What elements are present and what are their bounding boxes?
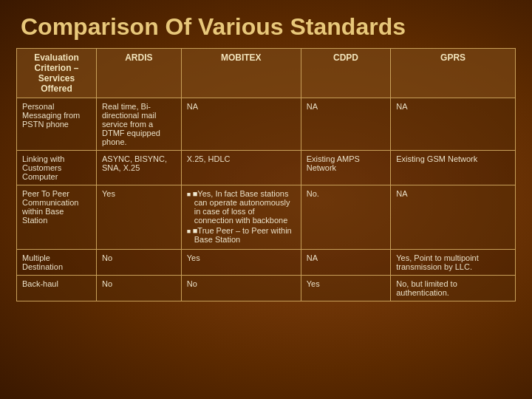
table-cell: X.25, HDLC: [181, 151, 301, 185]
header-gprs: GPRS: [391, 49, 516, 98]
table-cell: Linking with Customers Computer: [17, 151, 97, 185]
table-cell: Peer To Peer Communication within Base S…: [17, 185, 97, 250]
table-cell: NA: [391, 185, 516, 250]
table-cell: No: [181, 276, 301, 301]
table-cell: No, but limited to authentication.: [391, 276, 516, 301]
table-cell: Back-haul: [17, 276, 97, 301]
table-cell: Yes: [181, 250, 301, 276]
table-row: Linking with Customers ComputerASYNC, BI…: [17, 151, 516, 185]
table-cell: Yes, Point to multipoint transmission by…: [391, 250, 516, 276]
table-cell: No: [97, 250, 182, 276]
table-cell: Yes: [301, 276, 391, 301]
table-cell: Personal Messaging from PSTN phone: [17, 98, 97, 151]
table-cell: Yes: [97, 185, 182, 250]
table-row: Personal Messaging from PSTN phoneReal t…: [17, 98, 516, 151]
table-cell: No.: [301, 185, 391, 250]
table-cell: Real time, Bi-directional mail service f…: [97, 98, 182, 151]
table-header-row: Evaluation Criterion – Services Offered …: [17, 49, 516, 98]
comparison-table: Evaluation Criterion – Services Offered …: [16, 48, 516, 301]
table-row: Back-haulNoNoYesNo, but limited to authe…: [17, 276, 516, 301]
table-cell: Existing GSM Network: [391, 151, 516, 185]
table-row: Peer To Peer Communication within Base S…: [17, 185, 516, 250]
table-row: Multiple DestinationNoYesNAYes, Point to…: [17, 250, 516, 276]
header-ardis: ARDIS: [97, 49, 182, 98]
table-cell: NA: [181, 98, 301, 151]
table-cell: NA: [301, 250, 391, 276]
table-cell: Existing AMPS Network: [301, 151, 391, 185]
page-title: Comparison Of Various Standards: [0, 0, 532, 48]
table-cell: ■Yes, In fact Base stations can operate …: [181, 185, 301, 250]
table-cell: No: [97, 276, 182, 301]
header-mobitex: MOBITEX: [181, 49, 301, 98]
table-cell: ASYNC, BISYNC, SNA, X.25: [97, 151, 182, 185]
header-criterion: Evaluation Criterion – Services Offered: [17, 49, 97, 98]
header-cdpd: CDPD: [301, 49, 391, 98]
table-cell: NA: [301, 98, 391, 151]
table-cell: NA: [391, 98, 516, 151]
table-cell: Multiple Destination: [17, 250, 97, 276]
table-container: Evaluation Criterion – Services Offered …: [16, 48, 516, 301]
